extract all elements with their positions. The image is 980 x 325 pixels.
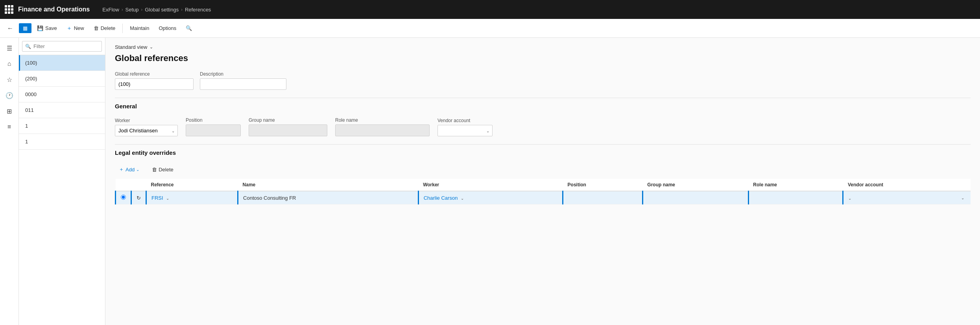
breadcrumb-sep-2: › <box>141 7 143 12</box>
nav-favorites-icon[interactable]: ☆ <box>2 72 17 87</box>
save-icon: 💾 <box>37 25 43 31</box>
toolbar-separator-1 <box>122 24 123 33</box>
section-delete-label: Delete <box>159 167 173 173</box>
vendor-account-field: Vendor account ⌄ <box>437 118 493 136</box>
worker-link[interactable]: Charlie Carson <box>424 195 458 201</box>
list-item[interactable]: 1 <box>19 118 105 134</box>
content-area: Standard view ⌄ Global references Global… <box>105 38 980 325</box>
global-ref-row: Global reference Description <box>115 71 971 90</box>
breadcrumb-exflow[interactable]: ExFlow <box>102 7 119 13</box>
row-name: Contoso Consulting FR <box>238 191 419 204</box>
standard-view-chevron: ⌄ <box>149 45 153 50</box>
worker-label: Worker <box>115 118 178 123</box>
legal-entity-section-title: Legal entity overrides <box>115 144 971 159</box>
nav-recent-icon[interactable]: 🕐 <box>2 88 17 102</box>
group-name-label: Group name <box>249 117 327 123</box>
standard-view-label: Standard view <box>115 44 147 50</box>
toolbar: ← ▦ 💾 Save ＋ New 🗑 Delete Maintain Optio… <box>0 19 980 38</box>
topbar: Finance and Operations ExFlow › Setup › … <box>0 0 980 19</box>
filter-input[interactable] <box>22 41 102 52</box>
view-toggle-button[interactable]: ▦ <box>19 23 31 33</box>
worker-chevron-icon: ⌄ <box>461 196 464 201</box>
list-item[interactable]: (200) <box>19 71 105 87</box>
refresh-icon[interactable]: ↻ <box>137 195 141 201</box>
vendor-account-label: Vendor account <box>437 118 493 123</box>
back-icon: ← <box>7 25 13 32</box>
list-panel: 🔍 (100)(200)000001111 <box>19 38 105 325</box>
row-vendor-chevron-icon: ⌄ <box>848 196 851 201</box>
add-button[interactable]: ＋ Add ⌄ <box>115 164 143 175</box>
general-form: Worker Jodi Christiansen ⌄ Position Grou… <box>115 117 971 136</box>
add-label: Add <box>125 167 135 173</box>
col-group-name: Group name <box>642 179 748 191</box>
main-layout: ☰ ⌂ ☆ 🕐 ⊞ ≡ 🔍 (100)(200)000001111 Standa… <box>0 38 980 325</box>
filter-wrapper: 🔍 <box>22 41 102 52</box>
list-item[interactable]: (100) <box>19 55 105 71</box>
description-label: Description <box>200 71 286 77</box>
col-vendor-account: Vendor account <box>843 179 971 191</box>
breadcrumb-global-settings[interactable]: Global settings <box>145 7 179 13</box>
options-label: Options <box>159 25 176 31</box>
maintain-button[interactable]: Maintain <box>126 23 153 33</box>
view-icon: ▦ <box>23 25 28 31</box>
save-label: Save <box>45 25 57 31</box>
row-vendor-select-wrapper[interactable]: ⌄ <box>848 195 966 201</box>
row-radio[interactable] <box>121 195 126 200</box>
nav-list-icon[interactable]: ≡ <box>2 120 17 134</box>
description-input[interactable] <box>200 78 286 90</box>
standard-view[interactable]: Standard view ⌄ <box>115 44 971 50</box>
delete-icon: 🗑 <box>94 25 99 31</box>
legal-entity-table: Reference Name Worker Position Group nam… <box>115 179 971 204</box>
reference-link[interactable]: FRSI <box>151 195 163 201</box>
position-disabled-field <box>186 124 241 136</box>
maintain-label: Maintain <box>130 25 149 31</box>
breadcrumb-references[interactable]: References <box>185 7 211 13</box>
new-label: New <box>74 25 84 31</box>
row-radio-cell[interactable] <box>116 191 131 204</box>
back-button[interactable]: ← <box>3 23 17 34</box>
col-name: Name <box>238 179 419 191</box>
delete-button[interactable]: 🗑 Delete <box>90 23 120 33</box>
general-section-title: General <box>115 98 971 113</box>
left-nav: ☰ ⌂ ☆ 🕐 ⊞ ≡ <box>0 38 19 325</box>
worker-select[interactable]: Jodi Christiansen <box>115 125 178 136</box>
section-delete-button[interactable]: 🗑 Delete <box>148 165 177 175</box>
worker-field: Worker Jodi Christiansen ⌄ <box>115 118 178 136</box>
group-name-disabled-field <box>249 124 327 136</box>
breadcrumb-setup[interactable]: Setup <box>125 7 139 13</box>
worker-select-wrapper: Jodi Christiansen ⌄ <box>115 125 178 136</box>
row-vendor-account[interactable]: ⌄ <box>843 191 971 204</box>
global-ref-label: Global reference <box>115 71 194 77</box>
list-item[interactable]: 0000 <box>19 87 105 102</box>
vendor-account-select[interactable] <box>437 125 493 136</box>
save-button[interactable]: 💾 Save <box>33 23 61 33</box>
nav-menu-icon[interactable]: ☰ <box>2 41 17 55</box>
table-row[interactable]: ↻ FRSI ⌄ Contoso Consulting FR Charlie C… <box>116 191 971 204</box>
col-refresh <box>131 179 146 191</box>
add-chevron-icon: ⌄ <box>136 167 139 172</box>
app-title: Finance and Operations <box>18 6 98 13</box>
options-button[interactable]: Options <box>155 23 180 33</box>
nav-workspaces-icon[interactable]: ⊞ <box>2 104 17 118</box>
role-name-label: Role name <box>335 117 430 123</box>
new-button[interactable]: ＋ New <box>63 23 88 34</box>
search-icon-button[interactable]: 🔍 <box>182 23 196 33</box>
breadcrumb-sep-3: › <box>181 7 183 12</box>
role-name-disabled-field <box>335 124 430 136</box>
add-plus-icon: ＋ <box>119 166 124 173</box>
col-position: Position <box>563 179 643 191</box>
role-name-field: Role name <box>335 117 430 136</box>
search-icon: 🔍 <box>186 25 192 31</box>
apps-icon[interactable] <box>5 5 13 14</box>
col-role-name: Role name <box>748 179 843 191</box>
delete-label: Delete <box>101 25 116 31</box>
global-ref-field: Global reference <box>115 71 194 90</box>
global-ref-input[interactable] <box>115 78 194 90</box>
nav-home-icon[interactable]: ⌂ <box>2 57 17 71</box>
list-item[interactable]: 1 <box>19 134 105 150</box>
new-icon: ＋ <box>66 25 72 32</box>
row-refresh-cell[interactable]: ↻ <box>131 191 146 204</box>
row-group-name <box>642 191 748 204</box>
section-actions: ＋ Add ⌄ 🗑 Delete <box>115 164 971 175</box>
list-item[interactable]: 011 <box>19 102 105 118</box>
